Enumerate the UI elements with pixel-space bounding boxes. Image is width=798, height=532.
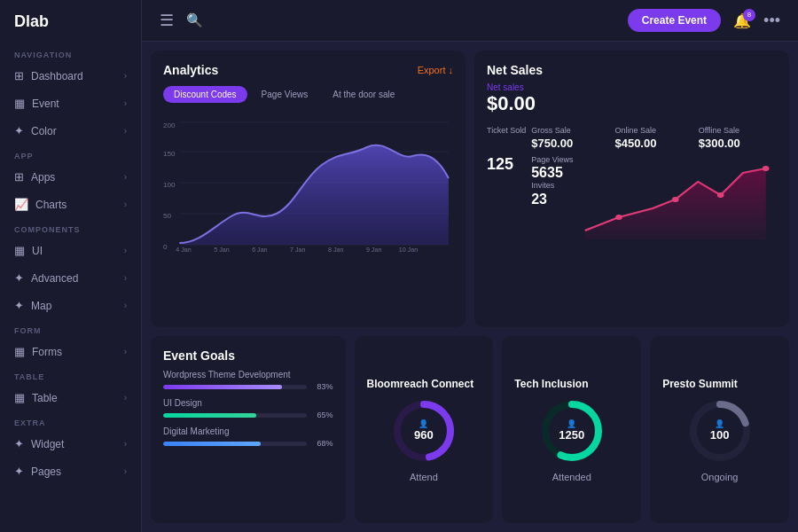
bottom-cards-row: Event Goals Wordpress Theme Development … (151, 336, 789, 523)
presto-summit-card: Presto Summit 👤 100 Ongoing (650, 336, 789, 523)
table-section-label: TABLE (0, 365, 141, 384)
tech-inclusion-donut: 👤 1250 (536, 395, 607, 466)
sidebar-item-charts[interactable]: 📈 Charts › (0, 191, 141, 218)
svg-text:0: 0 (163, 243, 168, 251)
chevron-right-icon: › (124, 393, 127, 403)
goal-item-2: UI Design 65% (163, 398, 333, 419)
sidebar-item-ui[interactable]: ▦ UI › (0, 237, 141, 264)
sidebar-item-color[interactable]: ✦ Color › (0, 117, 141, 145)
analytics-title: Analytics (163, 63, 218, 77)
sidebar-item-label: Forms (32, 346, 62, 358)
user-icon: 👤 (715, 419, 724, 428)
menu-icon[interactable]: ☰ (160, 11, 174, 30)
svg-text:4 Jan: 4 Jan (176, 246, 192, 253)
goal-bar-bg-2 (163, 413, 307, 418)
tab-discount-codes[interactable]: Discount Codes (163, 86, 247, 103)
table-icon: ▦ (14, 391, 25, 404)
export-link[interactable]: Export ↓ (418, 65, 453, 75)
bloomreach-title: Bloomreach Connect (367, 378, 474, 390)
more-options-button[interactable]: ••• (763, 12, 780, 30)
sidebar-item-label: Apps (31, 171, 55, 184)
tab-at-door[interactable]: At the door sale (322, 86, 405, 103)
ui-icon: ▦ (14, 244, 25, 257)
goal-name-2: UI Design (163, 398, 333, 408)
components-section-label: COMPONENTS (0, 218, 141, 237)
chevron-right-icon: › (124, 98, 127, 108)
analytics-card: Analytics Export ↓ Discount Codes Page V… (151, 51, 466, 327)
sidebar-item-dashboard[interactable]: ⊞ Dashboard › (0, 62, 141, 90)
chevron-right-icon: › (124, 273, 127, 283)
online-sale-label: Online Sale (614, 126, 692, 137)
sidebar-item-widget[interactable]: ✦ Widget › (0, 430, 141, 458)
sidebar-item-table[interactable]: ▦ Table › (0, 384, 141, 411)
svg-text:150: 150 (163, 150, 176, 158)
sidebar-item-advanced[interactable]: ✦ Advanced › (0, 264, 141, 292)
user-icon: 👤 (567, 419, 576, 428)
forms-icon: ▦ (14, 345, 25, 358)
chevron-right-icon: › (124, 71, 127, 81)
event-icon: ▦ (14, 97, 25, 110)
presto-summit-count: 100 (710, 428, 730, 442)
sidebar-item-label: Map (31, 300, 51, 312)
svg-text:100: 100 (163, 181, 176, 189)
sidebar-item-label: Pages (31, 466, 61, 478)
chevron-right-icon: › (124, 347, 127, 356)
map-icon: ✦ (14, 299, 24, 312)
gross-sale-label: Gross Sale (531, 126, 609, 137)
goal-pct-2: 65% (312, 411, 333, 419)
pages-icon: ✦ (14, 465, 24, 478)
sidebar-item-pages[interactable]: ✦ Pages › (0, 458, 141, 485)
sidebar-item-label: Charts (35, 199, 66, 211)
svg-text:5 Jan: 5 Jan (214, 246, 230, 253)
nav-section-label: NAVIGATION (0, 43, 141, 62)
sidebar-item-apps[interactable]: ⊞ Apps › (0, 163, 141, 191)
sidebar-item-map[interactable]: ✦ Map › (0, 292, 141, 319)
sidebar: Dlab NAVIGATION ⊞ Dashboard › ▦ Event › … (0, 0, 142, 532)
gross-sale-value: $750.00 (531, 137, 609, 150)
widget-icon: ✦ (14, 437, 24, 450)
chevron-right-icon: › (124, 301, 127, 310)
ticket-sold-value: 125 (487, 155, 526, 174)
sidebar-item-label: Color (31, 125, 57, 137)
goal-bar-bg-3 (163, 442, 307, 446)
create-event-button[interactable]: Create Event (628, 9, 721, 32)
dashboard-content: Analytics Export ↓ Discount Codes Page V… (142, 42, 798, 532)
chevron-right-icon: › (124, 246, 127, 255)
search-icon[interactable]: 🔍 (186, 12, 203, 28)
net-sales-line-chart (574, 155, 777, 247)
sidebar-item-label: UI (32, 245, 43, 257)
presto-summit-donut: 👤 100 (685, 395, 755, 466)
ticket-sold-label: Ticket Sold (487, 126, 526, 137)
svg-text:6 Jan: 6 Jan (252, 246, 268, 253)
form-section-label: FORM (0, 319, 141, 338)
tech-inclusion-card: Tech Inclusion 👤 1250 Attended (502, 336, 641, 523)
dashboard-icon: ⊞ (14, 69, 24, 82)
tab-page-views[interactable]: Page Views (251, 86, 319, 103)
net-sales-value: $0.00 (487, 92, 777, 115)
svg-text:9 Jan: 9 Jan (366, 246, 382, 253)
color-icon: ✦ (14, 124, 24, 137)
charts-icon: 📈 (14, 198, 28, 211)
invites-value: 23 (531, 192, 573, 207)
sidebar-item-forms[interactable]: ▦ Forms › (0, 338, 141, 365)
svg-text:10 Jan: 10 Jan (399, 246, 419, 253)
svg-point-17 (615, 215, 622, 220)
chevron-right-icon: › (124, 126, 127, 136)
sidebar-item-event[interactable]: ▦ Event › (0, 90, 141, 117)
offline-sale-value: $300.00 (699, 137, 777, 150)
chevron-right-icon: › (124, 439, 127, 449)
net-sales-card: Net Sales Net sales $0.00 Ticket Sold Gr… (474, 51, 789, 327)
notification-badge: 8 (743, 9, 755, 21)
goal-item-1: Wordpress Theme Development 83% (163, 370, 333, 391)
chevron-right-icon: › (124, 172, 127, 182)
goal-name-3: Digital Marketing (163, 426, 333, 436)
svg-text:50: 50 (163, 212, 172, 220)
svg-point-20 (762, 166, 769, 171)
notification-button[interactable]: 🔔 8 (733, 12, 751, 29)
bloomreach-connect-card: Bloomreach Connect 👤 960 Attend (355, 336, 494, 523)
svg-point-19 (716, 192, 724, 198)
goal-name-1: Wordpress Theme Development (163, 370, 333, 379)
goal-bar-bg-1 (163, 385, 307, 389)
sidebar-item-label: Widget (31, 438, 64, 450)
tech-inclusion-status: Attended (552, 472, 591, 482)
